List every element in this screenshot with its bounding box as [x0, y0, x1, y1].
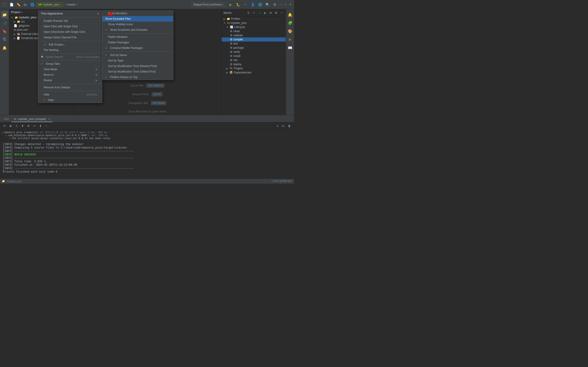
account-icon[interactable]: 👤 [250, 2, 256, 7]
sidebar-icon-structure[interactable]: 🏗 [1, 36, 8, 43]
more-run-options[interactable]: ⋯ [243, 2, 248, 7]
menu-flatten-packages[interactable]: Flatten Packages [102, 40, 173, 45]
maven-run[interactable]: ▶ [263, 10, 267, 15]
debug-button[interactable]: 🐛 [235, 2, 241, 7]
menu-remove-sidebar[interactable]: Remove from Sidebar [38, 85, 102, 90]
run-tree-child[interactable]: ⚠ com.bibibibu.mybatisplus:mybatis_plus:… [2, 134, 292, 137]
shortcut-key-nav[interactable]: Alt+Home [151, 101, 166, 105]
menu-enable-preview-tab[interactable]: Enable Preview Tab [38, 18, 102, 24]
toolbar-filter-right[interactable]: ≡ [275, 123, 280, 129]
toolbar-more-actions[interactable]: ⋯ [44, 123, 49, 129]
maven-plugins[interactable]: ▶ 🔌 Plugins [222, 66, 286, 70]
shortcut-key-recent[interactable]: Ctrl+E [152, 92, 163, 96]
run-tree-root[interactable]: ⚠ mybatis_plus [compile]: At 2024/2/20 2… [2, 131, 292, 134]
tab-close-icon[interactable]: ✕ [48, 117, 50, 121]
menu-show-members[interactable]: Show Members [102, 10, 173, 16]
maximize-button[interactable]: □ [284, 3, 288, 6]
lifecycle-test[interactable]: ⚙ test [222, 42, 286, 46]
right-plugins[interactable]: 🧩 [286, 19, 294, 27]
sidebar-icon-commit[interactable]: ⎇ [1, 19, 8, 27]
menu-sort-by-name[interactable]: Sort by Name [102, 52, 173, 58]
run-target-dropdown[interactable]: ▾ [223, 3, 224, 6]
menu-view[interactable]: 🗁 [23, 2, 28, 7]
shortcut-key-file[interactable]: Ctrl+Shift+N [146, 83, 164, 88]
app-icon[interactable]: ⬛ [2, 2, 7, 7]
toolbar-eye[interactable]: 👁 [26, 123, 31, 129]
lifecycle-compile[interactable]: ⚙ compile [222, 37, 286, 42]
maven-refresh[interactable]: ↻ [246, 10, 251, 15]
module-dropdown-icon[interactable]: ▾ [60, 3, 61, 6]
menu-view-mode[interactable]: View Mode [38, 67, 102, 72]
lifecycle-clean[interactable]: ⚙ clean [222, 29, 286, 33]
sidebar-icon-bookmarks[interactable]: 🔖 [1, 27, 8, 35]
menu-sort-oldest[interactable]: Sort by Modification Time (Oldest First) [102, 69, 173, 74]
module-badge[interactable]: MP mybatis_plus ▾ [36, 2, 63, 7]
menu-sort-by-type[interactable]: Sort by Type [102, 58, 173, 63]
menu-edit[interactable]: ✏️ [16, 2, 21, 7]
menu-move-to[interactable]: Move to [38, 72, 102, 78]
maven-profiles[interactable]: ▶ 📁 Profiles [222, 17, 286, 21]
maven-lifecycle[interactable]: ▼ 🔄 Lifecycle [222, 25, 286, 29]
toolbar-settings-right[interactable]: ≡↑ [281, 123, 286, 129]
right-palette[interactable]: 🎨 [286, 27, 294, 35]
menu-hide[interactable]: Hide Shift+Esc [38, 92, 102, 97]
menu-compact-middle[interactable]: Compact Middle Packages [102, 45, 173, 51]
menu-folders-on-top[interactable]: Folders Always on Top [102, 74, 173, 80]
right-notifications[interactable]: 🔔 [286, 11, 294, 18]
translate-icon[interactable]: 🌐 [257, 2, 263, 7]
toolbar-pause[interactable]: ⏸ [14, 123, 19, 129]
menu-navigate[interactable]: 🌐 [29, 2, 35, 7]
tab-compile[interactable]: m mybatis_plus [compile] ✕ [11, 117, 53, 122]
right-maven-icon[interactable]: m [286, 36, 294, 43]
maven-download[interactable]: ↓ [257, 10, 262, 15]
toolbar-scroll-end[interactable]: ⬇ [38, 123, 43, 129]
maven-settings[interactable]: ⚙ [274, 10, 278, 15]
title-bar: ⬛ 📄 ✏️ 🗁 🌐 MP mybatis_plus ▾ ⑂ master ▾ … [0, 0, 294, 9]
lifecycle-install[interactable]: ⚙ install [222, 54, 286, 58]
file-nesting-label: File Nesting... [44, 49, 97, 52]
always-select-label: Always Select Opened File [44, 36, 97, 39]
right-learn[interactable]: 📖 [286, 44, 294, 51]
lifecycle-validate[interactable]: ⚙ validate [222, 33, 286, 37]
run-tree-warn[interactable]: ⚠ The artifact mysql:mysql-connector-jav… [2, 137, 292, 140]
maven-skip-tests[interactable]: ⊘ [268, 10, 273, 15]
menu-sort-newest[interactable]: Sort by Modification Time (Newest First) [102, 63, 173, 69]
toolbar-delete[interactable]: 🗑 [287, 123, 292, 129]
menu-file[interactable]: 📄 [9, 2, 14, 7]
menu-resize[interactable]: Resize [38, 78, 102, 83]
toolbar-wrap[interactable]: ↩ [32, 123, 37, 129]
menu-file-nesting[interactable]: File Nesting... [38, 47, 102, 53]
project-dropdown-icon[interactable]: ▾ [21, 11, 23, 14]
run-target[interactable]: MapperTests.testSelect ▾ [191, 2, 226, 7]
sidebar-icon-notifications[interactable]: 🔔 [1, 44, 8, 51]
run-button[interactable]: ▶ [228, 2, 233, 7]
menu-edit-scopes[interactable]: ⊙ Edit Scopes... [38, 42, 102, 47]
menu-show-visibility-icons[interactable]: Show Visibility Icons [102, 22, 173, 27]
toolbar-restore[interactable]: ⬆ [20, 123, 25, 129]
tab-run[interactable]: Run [2, 117, 11, 122]
search-everywhere-icon[interactable]: 🔍 [264, 2, 270, 7]
lifecycle-site[interactable]: ⚙ site [222, 58, 286, 62]
menu-show-excluded-files[interactable]: Show Excluded Files [102, 16, 173, 22]
toolbar-rerun[interactable]: ↻ [2, 123, 7, 129]
menu-flatten-modules[interactable]: Flatten Modules [102, 34, 173, 40]
maven-root[interactable]: ▼ m mybatis_plus [222, 21, 286, 25]
menu-show-scratches[interactable]: Show Scratches and Consoles [102, 27, 173, 33]
maven-dependencies[interactable]: ▶ 📦 Dependencies [222, 70, 286, 75]
menu-group-tabs[interactable]: Group Tabs [38, 61, 102, 67]
settings-icon[interactable]: ⚙ [272, 2, 277, 7]
minimize-button[interactable]: ─ [279, 3, 283, 6]
menu-open-dirs-single[interactable]: Open Directories with Single Click [38, 29, 102, 35]
maven-more[interactable]: ⋯ [279, 10, 284, 15]
menu-open-files-single[interactable]: Open Files with Single Click [38, 24, 102, 29]
maven-add[interactable]: + [252, 10, 256, 15]
lifecycle-package[interactable]: ⚙ package [222, 46, 286, 50]
menu-help[interactable]: ? Help [38, 97, 102, 103]
close-button[interactable]: ✕ [289, 3, 292, 6]
menu-always-select[interactable]: Always Select Opened File [38, 35, 102, 40]
lifecycle-verify[interactable]: ⚙ verify [222, 50, 286, 54]
lifecycle-deploy[interactable]: ⚙ deploy [222, 62, 286, 66]
toolbar-stop[interactable]: ⏹ [8, 123, 13, 129]
branch-selector[interactable]: ⑂ master ▾ [65, 3, 78, 6]
sidebar-icon-project[interactable]: 📁 [1, 11, 8, 18]
